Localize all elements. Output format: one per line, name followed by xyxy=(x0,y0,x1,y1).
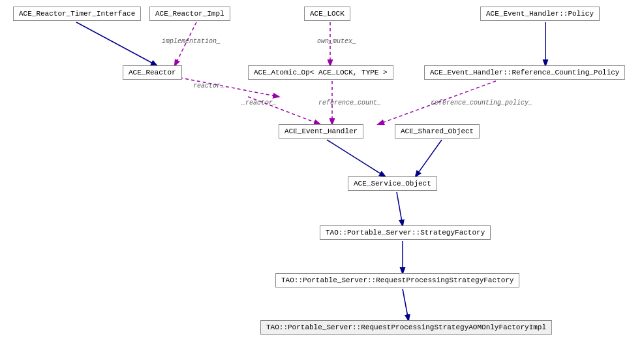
node-ace-event-handler-ref-policy[interactable]: ACE_Event_Handler::Reference_Counting_Po… xyxy=(424,65,625,80)
node-ace-reactor-timer-interface[interactable]: ACE_Reactor_Timer_Interface xyxy=(13,7,141,21)
node-ace-service-object[interactable]: ACE_Service_Object xyxy=(348,176,437,191)
node-ace-event-handler[interactable]: ACE_Event_Handler xyxy=(279,124,363,139)
label-reactor: reactor_ xyxy=(193,82,224,90)
svg-line-9 xyxy=(416,140,442,176)
diagram-container: ACE_Reactor_Timer_Interface ACE_Reactor_… xyxy=(0,0,644,345)
label-reference-counting-policy: reference_counting_policy_ xyxy=(431,99,532,107)
node-tao-strategy-factory[interactable]: TAO::Portable_Server::StrategyFactory xyxy=(320,225,491,240)
svg-line-0 xyxy=(76,22,157,65)
node-ace-atomic-op[interactable]: ACE_Atomic_Op< ACE_LOCK, TYPE > xyxy=(248,65,393,80)
node-ace-reactor[interactable]: ACE_Reactor xyxy=(123,65,182,80)
node-ace-event-handler-policy[interactable]: ACE_Event_Handler::Policy xyxy=(480,7,600,21)
svg-line-8 xyxy=(327,140,385,176)
label-implementation: implementation_ xyxy=(162,38,221,45)
label-reference-count: reference_count_ xyxy=(318,99,381,107)
node-ace-reactor-impl[interactable]: ACE_Reactor_Impl xyxy=(149,7,230,21)
label-reactor2: _reactor_ xyxy=(241,99,277,107)
svg-line-10 xyxy=(397,192,403,225)
node-tao-aom-only-factory[interactable]: TAO::Portable_Server::RequestProcessingS… xyxy=(260,320,552,335)
arrows-svg xyxy=(0,0,644,345)
node-ace-shared-object[interactable]: ACE_Shared_Object xyxy=(395,124,480,139)
label-own-mutex: own_mutex_ xyxy=(317,38,356,45)
node-tao-request-processing-factory[interactable]: TAO::Portable_Server::RequestProcessingS… xyxy=(275,273,519,288)
node-ace-lock[interactable]: ACE_LOCK xyxy=(304,7,350,21)
svg-line-12 xyxy=(403,289,408,320)
